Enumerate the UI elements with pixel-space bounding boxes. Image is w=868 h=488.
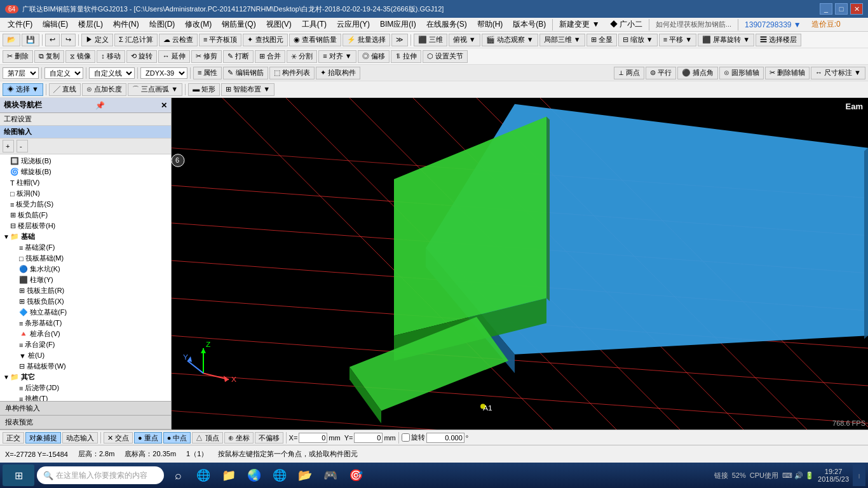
- snap-nooffset[interactable]: 不偏移: [255, 432, 283, 444]
- menu-cost-bean[interactable]: 造价豆:0: [806, 18, 846, 31]
- minimize-button[interactable]: _: [820, 3, 832, 15]
- tree-item-tiaoyan[interactable]: ≡ 挑檐(T): [1, 393, 170, 401]
- menu-floor[interactable]: 楼层(L): [73, 18, 108, 31]
- batch-select-button[interactable]: ⚡ 批量选择: [342, 34, 390, 46]
- panel-pin-icon[interactable]: 📌: [95, 101, 105, 110]
- tree-item-zhui[interactable]: ▼ 桩(U): [1, 350, 170, 361]
- find-button[interactable]: ✦ 查找图元: [243, 34, 287, 46]
- menu-help[interactable]: 帮助(H): [472, 18, 508, 31]
- tab-draw-input[interactable]: 绘图输入: [0, 126, 171, 139]
- snap-object[interactable]: 对象捕捉: [25, 432, 61, 444]
- task-icon-1[interactable]: ⌕: [166, 464, 189, 486]
- tree-item-bandong[interactable]: □ 板洞(N): [1, 188, 170, 199]
- point-len-button[interactable]: ⊙ 点加长度: [82, 83, 126, 96]
- task-icon-8[interactable]: 🎯: [344, 464, 367, 486]
- tree-folder-qita[interactable]: ▼ 📁 其它: [1, 372, 170, 383]
- del-axis-button[interactable]: ✂ 删除辅轴: [765, 67, 810, 79]
- merge-button[interactable]: ⊞ 合并: [255, 50, 285, 63]
- tree-item-fabanzhuji[interactable]: ⊞ 筏板主筋(R): [1, 285, 170, 296]
- menu-edit[interactable]: 编辑(E): [37, 18, 73, 31]
- tree-folder-jicchu[interactable]: ▼ 📁 基础: [1, 231, 170, 242]
- menu-version[interactable]: 版本号(B): [508, 18, 551, 31]
- menu-file[interactable]: 文件(F): [3, 18, 37, 31]
- rotate-button[interactable]: ⟲ 旋转: [126, 50, 157, 63]
- start-button[interactable]: ⊞: [3, 464, 34, 486]
- snap-angle-button[interactable]: ⚫ 捕点角: [677, 67, 718, 79]
- circle-axis-button[interactable]: ⊙ 圆形辅轴: [719, 67, 764, 79]
- menu-bim[interactable]: BIM应用(I): [375, 18, 421, 31]
- split-button[interactable]: ⚹ 分割: [287, 50, 317, 63]
- copy-button[interactable]: ⧉ 复制: [34, 50, 64, 63]
- break-button[interactable]: ✎ 打断: [223, 50, 254, 63]
- menu-rebar-qty[interactable]: 钢筋量(Q): [217, 18, 261, 31]
- comp-list-button[interactable]: ⬚ 构件列表: [269, 67, 315, 79]
- move-button[interactable]: ↕ 移动: [97, 50, 125, 63]
- viewport-3d[interactable]: Z X Y A1 6 Eam 768.6 FPS: [172, 98, 868, 430]
- calc-button[interactable]: Σ 汇总计算: [114, 34, 158, 46]
- rect-tool-button[interactable]: ▬ 矩形: [188, 83, 220, 96]
- align-button[interactable]: ≡ 对齐 ▼: [318, 50, 356, 63]
- extend-button[interactable]: ↔ 延伸: [158, 50, 190, 63]
- tree-item-hj[interactable]: ≡ 后浇带(JD): [1, 383, 170, 393]
- tree-item-fabanfuj[interactable]: ⊞ 筏板负筋(X): [1, 296, 170, 307]
- snap-midpoint2[interactable]: ● 重点: [134, 432, 162, 444]
- select-tool-button[interactable]: ◈ 选择 ▼: [3, 83, 43, 96]
- panel-add-button[interactable]: +: [3, 140, 14, 152]
- task-icon-5[interactable]: 🌐: [268, 464, 291, 486]
- task-icon-3[interactable]: 📁: [217, 464, 240, 486]
- delete-button[interactable]: ✂ 删除: [3, 50, 33, 63]
- snap-coord[interactable]: ⊕ 坐标: [224, 432, 254, 444]
- smart-place-button[interactable]: ⊞ 智能布置 ▼: [221, 83, 275, 96]
- arc-tool-button[interactable]: ⌒ 三点画弧 ▼: [128, 83, 182, 96]
- tree-item-lcengbd[interactable]: ⊟ 楼层板带(H): [1, 220, 170, 231]
- tree-item-duli[interactable]: 🔷 独立基础(F): [1, 307, 170, 318]
- open-button[interactable]: 📂: [3, 34, 20, 46]
- 3d-button[interactable]: ⬛ 三维: [414, 34, 447, 46]
- zoom-button[interactable]: ⊟ 缩放 ▼: [618, 34, 658, 46]
- partial-3d-button[interactable]: 局部三维 ▼: [539, 34, 585, 46]
- task-icon-6[interactable]: 📂: [294, 464, 316, 486]
- stretch-button[interactable]: ⥮ 拉伸: [391, 50, 421, 63]
- snap-orthogonal[interactable]: 正交: [3, 432, 24, 444]
- menu-draw[interactable]: 绘图(D): [144, 18, 180, 31]
- y-input[interactable]: [354, 433, 383, 443]
- task-icon-7[interactable]: 🎮: [319, 464, 342, 486]
- menu-new-change[interactable]: 新建变更 ▼: [554, 18, 604, 31]
- menu-view[interactable]: 视图(V): [261, 18, 297, 31]
- tab-report-preview[interactable]: 报表预览: [0, 416, 171, 430]
- show-all-button[interactable]: ⊞ 全显: [587, 34, 617, 46]
- menu-phone[interactable]: 13907298339 ▼: [740, 19, 806, 30]
- tree-item-xianjiaob[interactable]: 🔲 现浇板(B): [1, 156, 170, 166]
- redo-button[interactable]: ↪: [61, 34, 76, 46]
- search-box[interactable]: 🔍 在这里输入你要搜索的内容: [37, 466, 164, 484]
- menu-guangxiao[interactable]: ◆ 广小二: [605, 18, 648, 31]
- axis-line-select[interactable]: 自定义线: [89, 67, 135, 79]
- cloud-check-button[interactable]: ☁ 云检查: [159, 34, 198, 46]
- tree-item-jichubd[interactable]: ⊟ 基础板带(W): [1, 361, 170, 372]
- edit-rebar-button[interactable]: ✎ 编辑钢筋: [223, 67, 268, 79]
- tree-item-jicchuliang[interactable]: ≡ 基础梁(F): [1, 242, 170, 253]
- property-button[interactable]: ≡ 属性: [193, 67, 222, 79]
- menu-component[interactable]: 构件(N): [108, 18, 144, 31]
- define-button[interactable]: ▶ 定义: [81, 34, 113, 46]
- code-select[interactable]: ZDYX-39: [140, 67, 187, 79]
- close-button[interactable]: ✕: [850, 3, 863, 15]
- rotate-input[interactable]: [426, 433, 465, 443]
- floor-type-select[interactable]: 自定义: [44, 67, 83, 79]
- mirror-button[interactable]: ⧖ 镜像: [65, 50, 95, 63]
- top-view-button[interactable]: 俯视 ▼: [449, 34, 480, 46]
- snap-midpoint[interactable]: ● 中点: [163, 432, 191, 444]
- line-tool-button[interactable]: ╱ 直线: [49, 83, 81, 96]
- trim-button[interactable]: ✂ 修剪: [191, 50, 222, 63]
- tab-project-settings[interactable]: 工程设置: [0, 113, 171, 126]
- tab-single-component[interactable]: 单构件输入: [0, 402, 171, 416]
- task-icon-4[interactable]: 🌏: [243, 464, 266, 486]
- pick-comp-button[interactable]: ✦ 抬取构件: [316, 67, 360, 79]
- screen-rotate-button[interactable]: ⬛ 屏幕旋转 ▼: [698, 34, 754, 46]
- rotate-check[interactable]: [402, 433, 410, 442]
- tree-item-banshouli[interactable]: ≡ 板受力筋(S): [1, 199, 170, 210]
- panel-minus-button[interactable]: -: [17, 140, 28, 152]
- pan-button[interactable]: ≡ 平移 ▼: [659, 34, 696, 46]
- tree-item-jishui[interactable]: 🔵 集水坑(K): [1, 264, 170, 274]
- view-rebar-button[interactable]: ◉ 查看钢筋量: [289, 34, 341, 46]
